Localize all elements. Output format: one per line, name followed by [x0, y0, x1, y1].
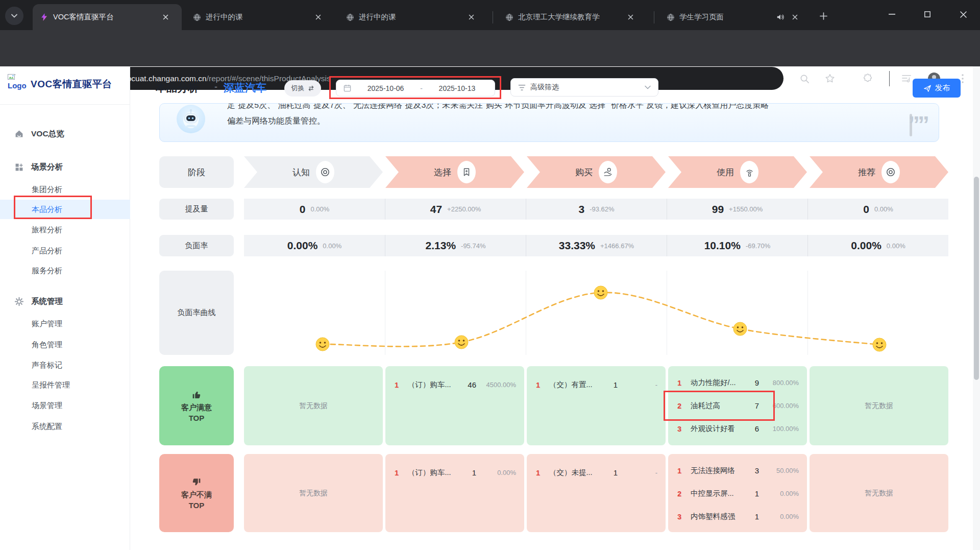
list-item[interactable]: 1（交）未提...1-: [536, 465, 657, 480]
tab-close-button[interactable]: [465, 12, 477, 23]
sidebar-item-label: 呈报件管理: [32, 380, 70, 390]
negrate-awareness: 0.00%0.00%: [244, 235, 385, 256]
robot-avatar: [177, 105, 205, 133]
speaker-icon[interactable]: [776, 13, 785, 21]
stage-chevron-buy[interactable]: 购买: [527, 156, 666, 188]
list-item[interactable]: 1无法连接网络350.00%: [677, 463, 799, 478]
window-maximize-button[interactable]: [916, 3, 939, 26]
negrate-recommend: 0.00%0.00%: [807, 235, 948, 256]
sidebar-item-label: 角色管理: [32, 340, 62, 350]
list-item[interactable]: 2中控显示屏...10.00%: [677, 486, 799, 501]
list-item[interactable]: 2油耗过高7600.00%: [677, 398, 799, 413]
publish-button[interactable]: 发布: [913, 79, 961, 98]
stage-chevron-recommend[interactable]: 推荐: [810, 156, 948, 188]
filter-label: 高级筛选: [530, 83, 559, 92]
list-item[interactable]: 1（交）有置...1-: [536, 377, 657, 392]
tab-student-page[interactable]: 学生学习页面: [659, 4, 805, 30]
publish-label: 发布: [935, 83, 950, 93]
stage-chevron-choose[interactable]: 选择: [385, 156, 524, 188]
row-label-negative-curve: 负面率曲线: [159, 271, 234, 355]
tab-close-button[interactable]: [160, 12, 171, 23]
sidebar-item-journey-analysis[interactable]: 旅程分析: [0, 220, 130, 240]
broken-image-icon: [8, 74, 16, 81]
row-label-negative-rate: 负面率: [159, 235, 234, 256]
mentions-awareness: 00.00%: [244, 199, 385, 220]
list-item[interactable]: 1（订）购车...464500.00%: [395, 377, 516, 392]
tab-course-2[interactable]: 进行中的课: [339, 4, 488, 30]
stage-name: 使用: [717, 166, 734, 178]
dissatisfied-buy-list: 1（交）未提...1-: [527, 454, 666, 532]
list-item[interactable]: 3外观设计好看6100.00%: [677, 421, 799, 436]
sidebar-item-report-management[interactable]: 呈报件管理: [0, 375, 130, 395]
sidebar-item-service-analysis[interactable]: 服务分析: [0, 261, 130, 280]
product-name[interactable]: 深蓝汽车: [224, 81, 266, 95]
list-item[interactable]: 1（订）购车...10.00%: [395, 465, 516, 480]
list-item[interactable]: 3内饰塑料感强10.00%: [677, 509, 799, 524]
sidebar-item-label: VOC总览: [31, 129, 64, 139]
stage-chevron-awareness[interactable]: 认知: [244, 156, 383, 188]
tab-close-button[interactable]: [625, 12, 636, 23]
mentions-recommend: 00.00%: [807, 199, 948, 220]
dissatisfied-use-list: 1无法连接网络350.00% 2中控显示屏...10.00% 3内饰塑料感强10…: [668, 454, 807, 532]
ai-summary-line1: 足”提及5次、“油耗过高”提及7次、“无法连接网络”提及3次；未来需关注“购买”…: [227, 104, 939, 113]
sidebar-item-product-self-analysis[interactable]: 本品分析: [0, 200, 130, 219]
page-scrollbar-thumb[interactable]: [974, 177, 979, 380]
sidebar-section-scene-analysis[interactable]: 场景分析: [0, 157, 130, 177]
sidebar: Logo VOC客情直驱平台 VOC总览 场景分析 集团分析 本品分析 旅程分析…: [0, 66, 130, 550]
calendar-icon: [344, 84, 351, 92]
date-start[interactable]: 2025-10-06: [355, 84, 416, 92]
stage-name: 认知: [292, 166, 310, 178]
smiley-marker-use: [733, 322, 747, 336]
date-range-picker[interactable]: 2025-10-06 - 2025-10-13: [336, 80, 495, 97]
lightning-favicon: [40, 13, 48, 21]
switch-product-button[interactable]: 切换: [284, 80, 321, 97]
negative-rate-curve-chart: [244, 271, 948, 355]
negrate-choose: 2.13%-95.74%: [385, 235, 526, 256]
mentions-use: 99+1550.00%: [667, 199, 807, 220]
sidebar-section-label: 场景分析: [31, 162, 63, 173]
tab-close-button[interactable]: [789, 12, 800, 23]
sidebar-item-voice-tagging[interactable]: 声音标记: [0, 355, 130, 375]
sidebar-section-system-management[interactable]: 系统管理: [0, 291, 130, 312]
dissatisfied-label-line1: 客户不满: [181, 490, 212, 500]
window-close-button[interactable]: [951, 3, 975, 26]
sidebar-item-group-analysis[interactable]: 集团分析: [0, 180, 130, 199]
row-label-dissatisfied-top: 客户不满 TOP: [159, 454, 234, 532]
target-icon: [881, 161, 900, 183]
satisfied-choose-list: 1（订）购车...464500.00%: [385, 366, 524, 445]
tab-course-1[interactable]: 进行中的课: [186, 4, 335, 30]
ai-summary-line2: 偏差与网络功能质量管控。: [227, 113, 939, 129]
tab-title: 北京理工大学继续教育学: [518, 12, 620, 22]
advanced-filter-select[interactable]: 高级筛选: [510, 78, 658, 97]
stage-chevron-use[interactable]: 使用: [668, 156, 807, 188]
new-tab-button[interactable]: [816, 8, 831, 23]
zoom-search-icon[interactable]: [795, 69, 814, 88]
dissatisfied-choose-list: 1（订）购车...10.00%: [385, 454, 524, 532]
gear-icon: [14, 297, 24, 306]
satisfied-buy-list: 1（交）有置...1-: [527, 366, 666, 445]
tab-title: 进行中的课: [359, 12, 461, 22]
tab-voc-platform[interactable]: VOC客情直驱平台: [33, 4, 182, 30]
mentions-buy: 3-93.62%: [526, 199, 667, 220]
window-minimize-button[interactable]: [880, 3, 903, 26]
sidebar-item-role-management[interactable]: 角色管理: [0, 335, 130, 354]
ai-summary-panel: 足”提及5次、“油耗过高”提及7次、“无法连接网络”提及3次；未来需关注“购买”…: [159, 103, 939, 142]
globe-favicon: [667, 13, 675, 21]
bookmark-star-icon[interactable]: [821, 69, 839, 88]
sidebar-item-system-config[interactable]: 系统配置: [0, 417, 130, 436]
sidebar-item-account-management[interactable]: 账户管理: [0, 314, 130, 333]
list-item[interactable]: 1动力性能好/...9800.00%: [677, 375, 799, 390]
tab-search-button[interactable]: [5, 7, 23, 25]
date-end[interactable]: 2025-10-13: [427, 84, 487, 92]
page-title: 本品分析: [156, 81, 199, 95]
sidebar-item-voc-overview[interactable]: VOC总览: [0, 124, 130, 144]
smiley-marker-recommend: [873, 338, 886, 351]
sidebar-item-scene-management[interactable]: 场景管理: [0, 396, 130, 415]
sidebar-item-label: 系统配置: [32, 422, 62, 432]
extensions-icon[interactable]: [859, 69, 877, 88]
tab-university[interactable]: 北京理工大学继续教育学: [498, 4, 649, 30]
toolbar-separator: [889, 71, 890, 86]
sidebar-item-product-analysis[interactable]: 产品分析: [0, 241, 130, 260]
tab-close-button[interactable]: [312, 12, 324, 23]
brand-row: Logo VOC客情直驱平台: [0, 66, 130, 105]
